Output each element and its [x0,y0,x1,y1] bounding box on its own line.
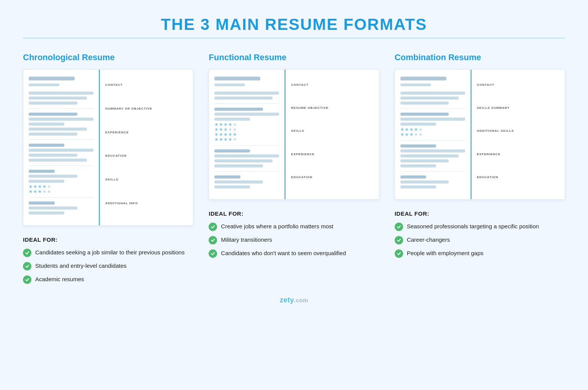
f-check-icon-1 [209,223,217,231]
label-additional: ADDITIONAL INFO [105,202,188,205]
f-ideal-text-1: Creative jobs where a portfolio matters … [221,222,333,231]
c-label-skills-summary: SKILLS SUMMARY [477,106,559,110]
section-additional: ADDITIONAL INFO [105,202,188,207]
f-label-objective: RESUME OBJECTIVE [291,106,373,110]
brand-name: zety [280,296,294,304]
ideal-item-3: Academic resumes [23,275,193,284]
chronological-ideal-section: IDEAL FOR: Candidates seeking a job simi… [23,236,193,284]
bar-group-c2 [400,113,465,136]
c-ideal-item-3: People with employment gaps [395,249,565,258]
f-label-experience: EXPERIENCE [291,152,373,156]
subtitle-bar-c [400,84,431,86]
combination-title: Combination Resume [395,52,565,62]
bar-group-f1 [214,92,279,100]
bar-group-c3 [400,144,465,167]
bar-group-2 [29,113,93,136]
f-label-education: EDUCATION [291,175,373,179]
f-ideal-text-2: Military transitioners [221,236,272,244]
f-ideal-item-1: Creative jobs where a portfolio matters … [209,222,379,231]
resume-right-panel: CONTACT SUMMARY OR OBJECTIVE EXPERIENCE … [100,70,193,225]
combination-column: Combination Resume [395,52,565,288]
bar-group-c1 [400,92,465,105]
f-check-icon-2 [209,236,217,244]
chronological-column: Chronological Resume [23,52,193,288]
c-label-experience: EXPERIENCE [477,152,559,156]
f-section-experience: EXPERIENCE [291,152,373,158]
combination-ideal-section: IDEAL FOR: Seasoned professionals target… [395,210,565,258]
ideal-text-2: Students and entry-level candidates [35,262,126,270]
subtitle-bar [29,84,59,86]
name-bar [29,77,75,80]
c-section-additional-skills: ADDITIONAL SKILLS [477,129,559,135]
ideal-text-1: Candidates seeking a job similar to thei… [35,248,185,257]
chronological-title: Chronological Resume [23,52,193,62]
c-check-icon-3 [395,249,403,258]
functional-left-panel [209,70,286,199]
ideal-item-2: Students and entry-level candidates [23,262,193,270]
functional-title: Functional Resume [209,52,379,62]
name-bar-f [214,77,260,80]
c-section-education: EDUCATION [477,175,559,181]
title-divider [23,38,565,39]
section-summary: SUMMARY OR OBJECTIVE [105,107,188,113]
section-contact: CONTACT [105,83,188,89]
f-section-skills: SKILLS [291,129,373,135]
name-bar-c [400,77,446,80]
c-check-icon-2 [395,236,403,244]
f-ideal-text-3: Candidates who don't want to seem overqu… [221,249,346,257]
c-ideal-text-1: Seasoned professionals targeting a speci… [407,222,539,231]
c-ideal-item-1: Seasoned professionals targeting a speci… [395,222,565,231]
label-education: EDUCATION [105,154,188,157]
page-title: THE 3 MAIN RESUME FORMATS [23,15,565,34]
combination-left-panel [395,70,472,199]
f-ideal-item-3: Candidates who don't want to seem overqu… [209,249,379,258]
c-label-contact: CONTACT [477,83,559,87]
f-ideal-item-2: Military transitioners [209,236,379,244]
bar-group-4 [29,170,93,193]
chronological-resume-preview: CONTACT SUMMARY OR OBJECTIVE EXPERIENCE … [23,69,193,226]
functional-resume-preview: CONTACT RESUME OBJECTIVE SKILLS EXPERIEN… [209,69,379,200]
f-section-objective: RESUME OBJECTIVE [291,106,373,112]
c-ideal-text-2: Career-changers [407,236,450,244]
f-label-skills: SKILLS [291,129,373,133]
footer: zety.com [23,296,565,304]
label-skills: SKILLS [105,178,188,181]
ideal-item-1: Candidates seeking a job similar to thei… [23,248,193,257]
ideal-text-3: Academic resumes [35,275,84,283]
bar-group-1 [29,92,93,105]
functional-right-panel: CONTACT RESUME OBJECTIVE SKILLS EXPERIEN… [286,70,379,199]
label-experience: EXPERIENCE [105,131,188,134]
section-education: EDUCATION [105,154,188,160]
subtitle-bar-f [214,84,245,86]
c-ideal-text-3: People with employment gaps [407,249,483,257]
bar-group-3 [29,144,93,162]
c-label-education: EDUCATION [477,175,559,179]
check-icon-1 [23,249,31,257]
bar-group-f4 [214,175,279,188]
section-experience: EXPERIENCE [105,131,188,136]
c-section-experience: EXPERIENCE [477,152,559,158]
c-label-additional-skills: ADDITIONAL SKILLS [477,129,559,133]
section-skills: SKILLS [105,178,188,184]
label-summary: SUMMARY OR OBJECTIVE [105,107,188,110]
f-section-education: EDUCATION [291,175,373,181]
bar-group-f3 [214,149,279,167]
combination-resume-preview: CONTACT SKILLS SUMMARY ADDITIONAL SKILLS… [395,69,565,200]
c-section-contact: CONTACT [477,83,559,89]
bar-group-c4 [400,175,465,188]
functional-column: Functional Resume [209,52,379,288]
page: THE 3 MAIN RESUME FORMATS Chronological … [0,0,588,390]
c-section-skills-summary: SKILLS SUMMARY [477,106,559,112]
columns-container: Chronological Resume [23,52,565,288]
f-section-contact: CONTACT [291,83,373,89]
resume-left-panel [23,70,100,225]
functional-ideal-section: IDEAL FOR: Creative jobs where a portfol… [209,210,379,258]
check-icon-2 [23,262,31,270]
brand-tld: .com [294,297,308,303]
f-label-contact: CONTACT [291,83,373,87]
bar-group-5 [29,202,93,215]
combination-right-panel: CONTACT SKILLS SUMMARY ADDITIONAL SKILLS… [472,70,565,199]
c-check-icon-1 [395,223,403,231]
combination-ideal-title: IDEAL FOR: [395,210,565,217]
f-check-icon-3 [209,249,217,258]
